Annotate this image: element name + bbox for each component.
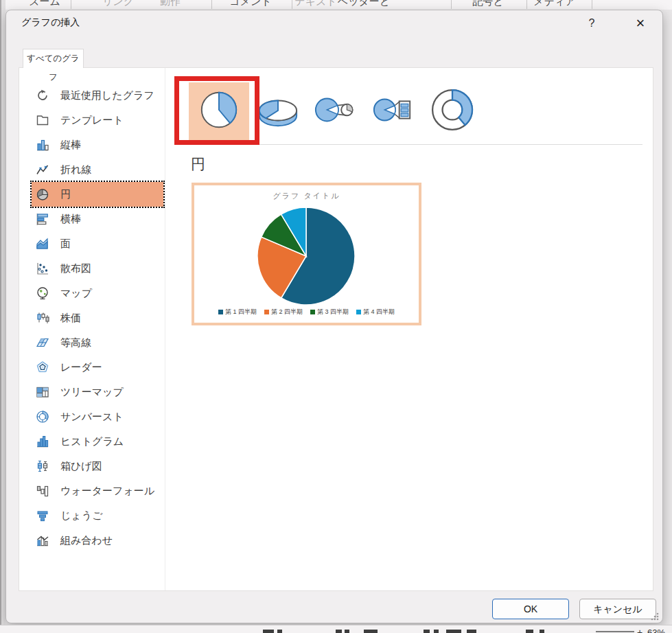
ribbon-group-label: コメント [229, 0, 271, 8]
sidebar-item-label: 最近使用したグラフ [60, 89, 154, 102]
sidebar-item-label: 組み合わせ [60, 534, 113, 547]
sunburst-chart-icon [36, 410, 49, 424]
resize-grip[interactable] [649, 610, 660, 621]
sidebar-item-label: ウォーターフォール [60, 485, 154, 498]
sidebar-item-surface[interactable]: 等高線 [32, 330, 163, 355]
ribbon-group-label: 記号と [472, 0, 503, 8]
sidebar-item-template[interactable]: テンプレート [32, 108, 163, 133]
legend-swatch [356, 310, 361, 314]
subtype-bar-of-pie-button[interactable] [362, 82, 423, 140]
pie-chart [256, 206, 356, 306]
statusbar-fragment [467, 630, 476, 633]
sidebar-item-histogram[interactable]: ヒストグラム [32, 429, 163, 454]
statusbar-fragment [446, 630, 461, 633]
radar-chart-icon [36, 360, 49, 374]
statusbar-fragment [345, 630, 349, 633]
combo-chart-icon [36, 533, 49, 547]
statusbar-fragment [540, 630, 544, 633]
legend-swatch [218, 310, 223, 314]
sidebar-item-label: 縦棒 [60, 139, 81, 152]
cancel-button[interactable]: キャンセル [579, 599, 656, 619]
ribbon-group-label: ズーム [29, 0, 60, 8]
sidebar-item-area[interactable]: 面 [32, 231, 163, 256]
template-folder-icon [36, 113, 49, 127]
sidebar-item-recent[interactable]: 最近使用したグラフ [32, 83, 163, 108]
sidebar-item-line[interactable]: 折れ線 [32, 157, 163, 182]
sidebar-item-combo[interactable]: 組み合わせ [32, 528, 163, 553]
bar-chart-icon [36, 212, 49, 226]
sidebar-item-sunburst[interactable]: サンバースト [32, 404, 163, 429]
recent-chart-icon [36, 89, 49, 102]
ok-button[interactable]: OK [492, 599, 569, 619]
funnel-chart-icon [36, 509, 49, 522]
insert-chart-dialog: グラフの挿入 ? × すべてのグラフ 最近使用したグラフテンプレート縦棒折れ線円… [5, 10, 663, 623]
ribbon-group-label: ヘッダーと [338, 0, 390, 8]
sidebar-item-label: サンバースト [60, 411, 124, 424]
pie-of-pie-subtype-icon [312, 89, 357, 134]
ribbon-group-label: リンク [102, 0, 134, 8]
treemap-chart-icon [36, 385, 49, 399]
bar-of-pie-subtype-icon [370, 89, 415, 134]
subtype-doughnut-button[interactable] [422, 82, 483, 140]
legend-item: 第 3 四半期 [310, 308, 349, 316]
ribbon-group-label: メディア [533, 0, 575, 8]
chart-title: グラフ タイトル [194, 191, 419, 201]
box-whisker-chart-icon [36, 459, 49, 473]
sidebar-item-funnel[interactable]: じょうご [32, 503, 163, 528]
sidebar-item-waterfall[interactable]: ウォーターフォール [32, 479, 163, 503]
preview-heading: 円 [191, 154, 205, 174]
subtype-pie-of-pie-button[interactable] [304, 82, 364, 140]
legend-swatch [264, 310, 269, 314]
statusbar-fragment [434, 630, 439, 633]
legend-label: 第 1 四半期 [225, 308, 257, 316]
legend-label: 第 3 四半期 [317, 308, 349, 316]
sidebar-item-pie[interactable]: 円 [32, 182, 163, 207]
statusbar-fragment [364, 630, 378, 633]
subtype-pie-button[interactable] [189, 82, 249, 140]
sidebar-item-box-whisker[interactable]: 箱ひげ図 [32, 454, 163, 479]
sidebar-item-label: 円 [60, 188, 71, 201]
sidebar-item-label: テンプレート [60, 114, 124, 127]
sidebar-item-stock[interactable]: 株価 [32, 306, 163, 330]
sidebar-item-map[interactable]: マップ [32, 281, 163, 306]
sidebar-item-label: 株価 [60, 312, 81, 325]
subtype-pie-3d-button[interactable] [248, 82, 308, 140]
sidebar-item-scatter[interactable]: 散布図 [32, 256, 163, 281]
line-chart-icon [36, 163, 49, 176]
sidebar-item-label: 箱ひげ図 [60, 460, 102, 473]
help-button[interactable]: ? [581, 13, 602, 34]
statusbar-fragment [277, 630, 282, 633]
ribbon-group-label: テキスト [294, 0, 336, 8]
panel-divider [165, 68, 165, 590]
stock-chart-icon [36, 311, 49, 325]
ribbon-separator [71, 0, 71, 9]
ribbon-separator [211, 0, 212, 9]
sidebar-item-label: 折れ線 [60, 163, 91, 176]
zoom-slider [596, 631, 634, 632]
sidebar-item-label: 散布図 [60, 262, 91, 275]
ribbon-separator [451, 0, 452, 9]
sidebar-item-label: ヒストグラム [60, 435, 124, 448]
statusbar-fragment [263, 630, 274, 633]
chart-preview-card[interactable]: グラフ タイトル 第 1 四半期第 2 四半期第 3 四半期第 4 四半期 [192, 183, 421, 325]
subtype-separator [175, 144, 642, 145]
sidebar-item-label: 等高線 [60, 336, 91, 349]
close-button[interactable]: × [628, 12, 653, 35]
chart-dialog-panel: 最近使用したグラフテンプレート縦棒折れ線円横棒面散布図マップ株価等高線レーダーツ… [19, 67, 653, 591]
sidebar-item-radar[interactable]: レーダー [32, 355, 163, 380]
sidebar-item-column[interactable]: 縦棒 [32, 133, 163, 157]
sidebar-item-treemap[interactable]: ツリーマップ [32, 380, 163, 404]
zoom-in-icon: + [637, 627, 642, 633]
tab-all-charts[interactable]: すべてのグラフ [23, 49, 84, 68]
chart-type-list: 最近使用したグラフテンプレート縦棒折れ線円横棒面散布図マップ株価等高線レーダーツ… [32, 83, 163, 553]
sidebar-item-label: ツリーマップ [60, 386, 124, 399]
sidebar-item-bar[interactable]: 横棒 [32, 207, 163, 231]
pie-3d-subtype-icon [255, 89, 301, 134]
ribbon-separator [292, 0, 292, 9]
zoom-level: 63% [647, 628, 665, 633]
sidebar-item-label: レーダー [60, 361, 102, 374]
statusbar-fragment [526, 630, 533, 633]
screen: ズームリンク動作コメントテキストヘッダーと記号とメディア グラフの挿入 ? × … [0, 0, 672, 633]
legend-label: 第 4 四半期 [363, 308, 395, 316]
pie-chart-icon [36, 187, 49, 201]
